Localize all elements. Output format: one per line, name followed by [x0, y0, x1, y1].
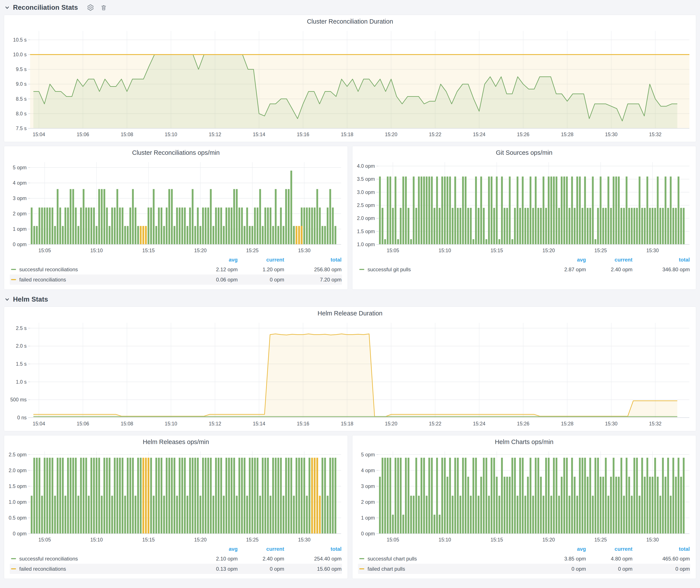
- svg-text:15:24: 15:24: [473, 132, 485, 137]
- svg-text:15:16: 15:16: [297, 421, 309, 426]
- svg-text:15:20: 15:20: [194, 537, 207, 543]
- legend-series-name[interactable]: failed reconciliations: [19, 277, 66, 283]
- svg-text:2.0 s: 2.0 s: [16, 343, 27, 349]
- svg-text:1.0 opm: 1.0 opm: [9, 499, 27, 505]
- svg-text:15:30: 15:30: [298, 248, 311, 253]
- legend-series-name[interactable]: successful reconciliations: [19, 556, 78, 562]
- svg-text:15:15: 15:15: [142, 248, 155, 253]
- legend-column-current[interactable]: current: [238, 546, 285, 552]
- legend-header-row: avgcurrenttotal: [358, 255, 690, 264]
- legend-value-total: 15.60 opm: [285, 566, 342, 572]
- panel-title[interactable]: Cluster Reconciliation Duration: [4, 15, 696, 28]
- legend-value-avg: 2.87 opm: [543, 267, 586, 273]
- section-actions: [87, 4, 107, 11]
- legend-series-color: [359, 568, 364, 569]
- svg-text:1.0 s: 1.0 s: [16, 379, 27, 385]
- svg-text:2.5 opm: 2.5 opm: [357, 202, 375, 208]
- svg-text:15:14: 15:14: [253, 421, 265, 426]
- legend-column-total[interactable]: total: [633, 257, 690, 263]
- legend-column-avg[interactable]: avg: [543, 546, 586, 552]
- legend-series-name[interactable]: failed chart pulls: [368, 566, 405, 572]
- panel-title[interactable]: Cluster Reconciliations ops/min: [4, 146, 348, 159]
- legend-series-color: [11, 269, 16, 270]
- svg-text:15:05: 15:05: [387, 248, 399, 253]
- svg-text:4 opm: 4 opm: [361, 468, 375, 473]
- helm-release-duration-chart[interactable]: 15:0415:0615:0815:1015:1215:1415:1615:18…: [6, 320, 694, 428]
- svg-text:15:28: 15:28: [561, 132, 574, 137]
- legend-value-current: 4.80 opm: [586, 556, 633, 562]
- svg-text:15:15: 15:15: [490, 537, 503, 543]
- svg-text:15:06: 15:06: [77, 421, 89, 426]
- legend-value-total: 465.60 opm: [633, 556, 690, 562]
- legend-series-name[interactable]: successful chart pulls: [368, 556, 417, 562]
- legend-row: failed reconciliations0.13 opm0 opm15.60…: [10, 564, 342, 574]
- svg-text:15:30: 15:30: [646, 537, 659, 543]
- panel-cluster-reconciliations-opm: Cluster Reconciliations ops/min 15:0515:…: [4, 146, 348, 290]
- panel-title[interactable]: Helm Charts ops/min: [352, 435, 696, 448]
- svg-text:15:05: 15:05: [38, 537, 51, 543]
- legend-series-color: [11, 558, 16, 559]
- section-header-reconciliation-stats[interactable]: Reconciliation Stats: [4, 2, 696, 13]
- svg-text:1 opm: 1 opm: [13, 226, 27, 232]
- svg-text:15:14: 15:14: [253, 132, 265, 137]
- svg-text:15:10: 15:10: [90, 537, 103, 543]
- legend-helm-releases: avgcurrenttotalsuccessful reconciliation…: [10, 544, 342, 574]
- legend-series-name[interactable]: successful reconciliations: [19, 267, 78, 273]
- helm-releases-opm-chart[interactable]: 15:0515:1015:1515:2015:2515:300 opm0.5 o…: [6, 448, 346, 544]
- legend-column-total[interactable]: total: [633, 546, 690, 552]
- svg-text:3.0 opm: 3.0 opm: [357, 189, 375, 195]
- section-settings-button[interactable]: [87, 4, 94, 11]
- svg-text:15:20: 15:20: [385, 421, 397, 426]
- legend-row: successful chart pulls3.85 opm4.80 opm46…: [358, 554, 690, 564]
- legend-column-total[interactable]: total: [285, 257, 342, 263]
- legend-header-row: avgcurrenttotal: [358, 544, 690, 554]
- svg-text:0 opm: 0 opm: [13, 531, 27, 536]
- legend-helm-charts: avgcurrenttotalsuccessful chart pulls3.8…: [358, 544, 690, 574]
- svg-text:3.5 opm: 3.5 opm: [357, 176, 375, 182]
- grafana-dashboard: Reconciliation Stats Cluster Reconciliat…: [0, 0, 700, 579]
- legend-column-current[interactable]: current: [586, 546, 633, 552]
- legend-series-color: [359, 269, 364, 270]
- svg-text:500 ms: 500 ms: [10, 397, 27, 402]
- cluster-reconciliations-opm-chart[interactable]: 15:0515:1015:1515:2015:2515:300 opm1 opm…: [6, 159, 346, 255]
- legend-column-avg[interactable]: avg: [195, 257, 238, 263]
- section-header-helm-stats[interactable]: Helm Stats: [4, 294, 696, 305]
- panel-helm-releases-opm: Helm Releases ops/min 15:0515:1015:1515:…: [4, 435, 348, 579]
- section-delete-button[interactable]: [100, 4, 107, 11]
- svg-text:15:26: 15:26: [517, 421, 529, 426]
- svg-text:15:12: 15:12: [209, 421, 221, 426]
- legend-column-current[interactable]: current: [238, 257, 285, 263]
- panel-row-reconciliations: Cluster Reconciliations ops/min 15:0515:…: [4, 146, 696, 290]
- legend-series-name[interactable]: successful git pulls: [368, 267, 411, 273]
- legend-column-total[interactable]: total: [285, 546, 342, 552]
- panel-title[interactable]: Helm Release Duration: [4, 307, 696, 320]
- panel-title[interactable]: Git Sources ops/min: [352, 146, 696, 159]
- legend-value-total: 346.80 opm: [633, 267, 690, 273]
- legend-column-current[interactable]: current: [586, 257, 633, 263]
- helm-charts-opm-chart[interactable]: 15:0515:1015:1515:2015:2515:300 opm1 opm…: [354, 448, 694, 544]
- legend-series-name[interactable]: failed reconciliations: [19, 566, 66, 572]
- svg-text:10.0 s: 10.0 s: [13, 52, 27, 57]
- cluster-reconciliation-duration-chart[interactable]: 15:0415:0615:0815:1015:1215:1415:1615:18…: [6, 28, 694, 139]
- legend-value-total: 7.20 opm: [285, 277, 342, 283]
- section-title-reconciliation-stats: Reconciliation Stats: [13, 4, 78, 11]
- svg-text:2 opm: 2 opm: [361, 499, 375, 505]
- legend-value-current: 0 opm: [238, 277, 285, 283]
- legend-row: successful git pulls2.87 opm2.40 opm346.…: [358, 264, 690, 275]
- panel-title[interactable]: Helm Releases ops/min: [4, 435, 348, 448]
- git-sources-opm-chart[interactable]: 15:0515:1015:1515:2015:2515:301.0 opm1.5…: [354, 159, 694, 255]
- legend-value-current: 2.40 opm: [238, 556, 285, 562]
- legend-value-total: 0 opm: [633, 566, 690, 572]
- legend-row: successful reconciliations2.12 opm1.20 o…: [10, 264, 342, 275]
- legend-series-color: [11, 279, 16, 280]
- svg-text:1.5 opm: 1.5 opm: [357, 229, 375, 234]
- svg-text:0 ns: 0 ns: [17, 415, 27, 420]
- svg-text:15:15: 15:15: [490, 248, 503, 253]
- svg-text:9.0 s: 9.0 s: [16, 81, 27, 87]
- legend-column-avg[interactable]: avg: [543, 257, 586, 263]
- svg-text:15:25: 15:25: [594, 248, 607, 253]
- legend-column-avg[interactable]: avg: [195, 546, 238, 552]
- svg-text:1 opm: 1 opm: [361, 515, 375, 521]
- svg-text:15:10: 15:10: [439, 537, 451, 543]
- svg-text:15:28: 15:28: [561, 421, 574, 426]
